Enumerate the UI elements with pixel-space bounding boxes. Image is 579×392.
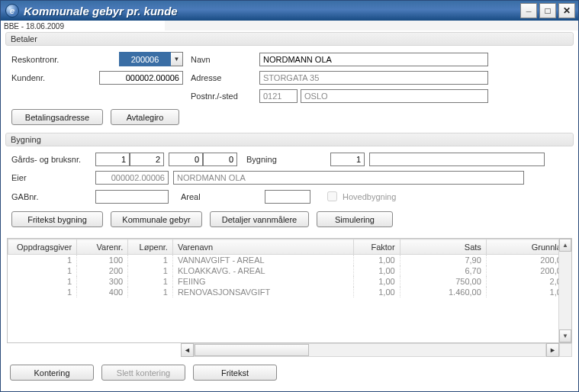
table-row[interactable]: 14001RENOVASJONSAVGIFT1,001.460,001,00 [8, 287, 571, 297]
kundenr-field[interactable] [99, 71, 183, 85]
reskontronr-label: Reskontronr. [11, 55, 92, 64]
adresse-label: Adresse [191, 73, 252, 82]
table-row[interactable]: 12001KLOAKKAVG. - AREAL1,006,70200,00 [8, 265, 571, 276]
areal-field[interactable] [265, 190, 310, 204]
col-sats[interactable]: Sats [400, 239, 486, 255]
slett-kontering-button: Slett kontering [101, 365, 185, 381]
navn-label: Navn [191, 55, 252, 64]
maximize-button[interactable]: □ [539, 3, 556, 18]
table-row[interactable]: 11001VANNAVGIFT - AREAL1,007,90200,00 [8, 255, 571, 266]
betalingsadresse-button[interactable]: Betalingsadresse [11, 109, 103, 125]
eier-navn-field: NORDMANN OLA [173, 171, 524, 185]
bygning-label: Bygning [246, 155, 326, 164]
reskontronr-combo[interactable]: 200006 ▼ [119, 52, 183, 66]
poststed-field: OSLO [301, 89, 488, 103]
col-varenavn[interactable]: Varenavn [172, 239, 353, 255]
scroll-corner [559, 343, 572, 357]
kundenr-label: Kundenr. [11, 73, 92, 82]
scroll-thumb[interactable] [195, 344, 309, 356]
avtalegiro-button[interactable]: Avtalegiro [111, 109, 179, 125]
scroll-left-icon[interactable]: ◄ [181, 343, 194, 357]
table-row[interactable]: 13001FEIING1,00750,002,00 [8, 276, 571, 287]
areal-label: Areal [181, 192, 260, 201]
scroll-down-icon[interactable]: ▼ [559, 329, 571, 342]
adresse-field: STORGATA 35 [259, 71, 488, 85]
col-oppdragsgiver[interactable]: Oppdragsgiver [8, 239, 77, 255]
simulering-button[interactable]: Simulering [317, 211, 393, 227]
grid-header-row: Oppdragsgiver Varenr. Løpenr. Varenavn F… [8, 239, 571, 255]
col-lopennr[interactable]: Løpenr. [128, 239, 173, 255]
eier-nr-field: 000002.00006 [95, 171, 169, 185]
detaljer-vannmalere-button[interactable]: Detaljer vannmålere [210, 211, 309, 227]
data-grid[interactable]: Oppdragsgiver Varenr. Løpenr. Varenavn F… [7, 238, 572, 343]
scroll-right-icon[interactable]: ► [546, 343, 559, 357]
horizontal-scrollbar[interactable]: ◄ ► [7, 343, 572, 357]
close-button[interactable]: ✕ [558, 3, 575, 18]
app-icon: e [5, 4, 19, 18]
vertical-scrollbar[interactable]: ▲ ▼ [558, 239, 571, 342]
gabnr-label: GABnr. [11, 192, 91, 201]
gbr-label: Gårds- og bruksnr. [11, 155, 91, 164]
context-label: BBE - 18.06.2009 [1, 21, 165, 31]
minimize-button[interactable]: _ [520, 3, 537, 18]
section-betaler: Betaler [5, 32, 574, 46]
bygning-field[interactable] [330, 153, 365, 166]
titlebar: e Kommunale gebyr pr. kunde _ □ ✕ [1, 1, 578, 21]
section-bygning: Bygning [5, 133, 574, 146]
app-window: e Kommunale gebyr pr. kunde _ □ ✕ BBE - … [0, 0, 579, 392]
postnr-label: Postnr./-sted [191, 92, 252, 101]
kontering-button[interactable]: Kontering [10, 365, 94, 381]
gards-field-1[interactable] [95, 153, 130, 166]
col-faktor[interactable]: Faktor [353, 239, 400, 255]
bygning-desc-field [369, 153, 545, 166]
hovedbygning-checkbox: Hovedbygning [324, 189, 396, 204]
gabnr-field[interactable] [95, 190, 169, 204]
col-varenr[interactable]: Varenr. [77, 239, 128, 255]
scroll-up-icon[interactable]: ▲ [559, 239, 571, 252]
hovedbygning-cb-input [327, 191, 337, 201]
gards-field-4[interactable] [203, 153, 237, 166]
hovedbygning-label: Hovedbygning [343, 192, 396, 201]
chevron-down-icon[interactable]: ▼ [171, 52, 183, 66]
fritekst-bygning-button[interactable]: Fritekst bygning [11, 211, 103, 227]
postnr-field: 0121 [259, 89, 298, 103]
navn-field[interactable] [259, 53, 488, 66]
window-title: Kommunale gebyr pr. kunde [24, 5, 178, 18]
eier-label: Eier [11, 173, 91, 182]
gards-field-2[interactable] [130, 153, 164, 166]
gards-field-3[interactable] [169, 153, 203, 166]
kommunale-gebyr-button[interactable]: Kommunale gebyr [111, 211, 202, 227]
reskontronr-value: 200006 [119, 52, 171, 66]
fritekst-button[interactable]: Fritekst [193, 365, 277, 381]
